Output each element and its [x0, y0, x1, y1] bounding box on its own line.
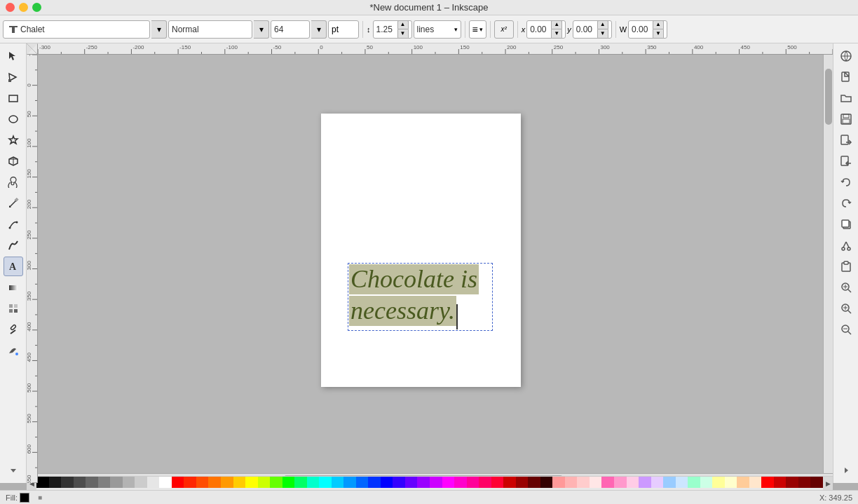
x-dec[interactable]: ▼: [551, 29, 562, 39]
cut-button[interactable]: [836, 236, 856, 255]
zoom-fit-button[interactable]: [836, 278, 856, 297]
align-button[interactable]: ≡ ▾: [469, 20, 486, 39]
color-swatch-item[interactable]: [442, 477, 455, 488]
color-swatch-item[interactable]: [528, 477, 540, 488]
color-swatch-item[interactable]: [798, 477, 811, 488]
color-swatch-item[interactable]: [36, 477, 49, 488]
node-tool[interactable]: [4, 67, 23, 87]
color-swatch-item[interactable]: [430, 477, 442, 488]
open-button[interactable]: [836, 88, 856, 108]
line-height-inc[interactable]: ▲: [397, 20, 409, 29]
y-inc[interactable]: ▲: [597, 20, 608, 29]
color-swatch-item[interactable]: [135, 477, 147, 488]
color-swatch-item[interactable]: [343, 477, 356, 488]
color-swatch-item[interactable]: [503, 477, 516, 488]
color-swatch-item[interactable]: [590, 477, 602, 488]
color-swatch-item[interactable]: [540, 477, 553, 488]
paint-bucket-tool[interactable]: [4, 341, 23, 360]
text-block[interactable]: Chocolate is necessary.: [349, 264, 479, 329]
text-tool[interactable]: A: [4, 257, 23, 276]
unit-selector[interactable]: pt: [328, 20, 359, 39]
spiral-tool[interactable]: [4, 172, 23, 192]
color-swatch-item[interactable]: [712, 477, 725, 488]
color-swatch-item[interactable]: [184, 477, 196, 488]
color-swatch-item[interactable]: [663, 477, 676, 488]
redo-button[interactable]: [836, 193, 856, 213]
color-swatch-item[interactable]: [319, 477, 332, 488]
color-swatch-item[interactable]: [61, 477, 74, 488]
scrollbar-vertical-thumb[interactable]: [825, 69, 832, 125]
mesh-tool[interactable]: [4, 299, 23, 318]
font-style-dropdown[interactable]: ▾: [254, 20, 269, 39]
color-swatch-item[interactable]: [627, 477, 639, 488]
pencil-tool[interactable]: [4, 193, 23, 213]
export-button[interactable]: [836, 151, 856, 171]
width-field[interactable]: 0.00 ▲ ▼: [628, 20, 667, 39]
color-palette-next[interactable]: ▶: [823, 477, 833, 491]
expand-tools-button[interactable]: [4, 461, 23, 480]
color-swatch-item[interactable]: [405, 477, 418, 488]
color-swatch-item[interactable]: [86, 477, 98, 488]
dropper-tool[interactable]: [4, 320, 23, 339]
color-swatch-item[interactable]: [208, 477, 221, 488]
font-name-selector[interactable]: Chalet: [3, 20, 150, 39]
font-size-dropdown[interactable]: ▾: [311, 20, 327, 39]
3dbox-tool[interactable]: [4, 151, 23, 171]
color-swatch-item[interactable]: [147, 477, 160, 488]
line-height-dec[interactable]: ▼: [397, 29, 409, 39]
rect-tool[interactable]: [4, 88, 23, 108]
color-swatch-item[interactable]: [676, 477, 688, 488]
color-swatch-item[interactable]: [700, 477, 713, 488]
script-toggle[interactable]: x²: [494, 20, 514, 39]
color-swatch-item[interactable]: [565, 477, 578, 488]
color-swatch-item[interactable]: [159, 477, 172, 488]
pen-tool[interactable]: [4, 214, 23, 234]
x-field[interactable]: 0.00 ▲ ▼: [526, 20, 566, 39]
color-swatch-item[interactable]: [725, 477, 737, 488]
color-swatch-item[interactable]: [233, 477, 246, 488]
color-swatch-item[interactable]: [307, 477, 320, 488]
new-button[interactable]: [836, 67, 856, 87]
color-swatch-item[interactable]: [381, 477, 393, 488]
color-swatch-item[interactable]: [454, 477, 467, 488]
xml-editor-button[interactable]: [836, 46, 856, 66]
right-panel-expand[interactable]: [836, 461, 856, 480]
close-button[interactable]: [6, 3, 15, 12]
color-swatch-item[interactable]: [552, 477, 565, 488]
color-swatch-item[interactable]: [172, 477, 184, 488]
x-spinners[interactable]: ▲ ▼: [551, 20, 562, 39]
color-swatch-item[interactable]: [601, 477, 614, 488]
copy-button[interactable]: [836, 214, 856, 234]
color-swatch-item[interactable]: [417, 477, 430, 488]
y-dec[interactable]: ▼: [597, 29, 608, 39]
scrollbar-vertical[interactable]: [823, 55, 833, 473]
color-swatch-item[interactable]: [467, 477, 479, 488]
color-swatch-item[interactable]: [749, 477, 762, 488]
color-swatch-item[interactable]: [810, 477, 823, 488]
color-swatch-item[interactable]: [123, 477, 135, 488]
color-swatch-item[interactable]: [761, 477, 774, 488]
color-swatch-item[interactable]: [74, 477, 86, 488]
save-button[interactable]: [836, 109, 856, 129]
color-swatch-item[interactable]: [786, 477, 798, 488]
color-swatch-item[interactable]: [368, 477, 381, 488]
color-swatch-item[interactable]: [356, 477, 369, 488]
calligraphy-tool[interactable]: [4, 236, 23, 255]
y-field[interactable]: 0.00 ▲ ▼: [573, 20, 612, 39]
color-swatch-item[interactable]: [196, 477, 209, 488]
color-swatch-item[interactable]: [245, 477, 258, 488]
color-swatch-item[interactable]: [774, 477, 786, 488]
color-swatch-item[interactable]: [282, 477, 295, 488]
font-size-field[interactable]: 64: [271, 20, 310, 39]
line-height-field[interactable]: 1.25 ▲ ▼: [373, 20, 412, 39]
color-swatch-item[interactable]: [516, 477, 529, 488]
minimize-button[interactable]: [19, 3, 28, 12]
fill-swatch[interactable]: [20, 493, 29, 503]
zoom-in-button[interactable]: [836, 299, 856, 318]
x-inc[interactable]: ▲: [551, 20, 562, 29]
color-swatch-item[interactable]: [393, 477, 405, 488]
color-swatch-item[interactable]: [294, 477, 307, 488]
color-swatch-item[interactable]: [98, 477, 111, 488]
color-swatch-item[interactable]: [688, 477, 700, 488]
maximize-button[interactable]: [32, 3, 41, 12]
